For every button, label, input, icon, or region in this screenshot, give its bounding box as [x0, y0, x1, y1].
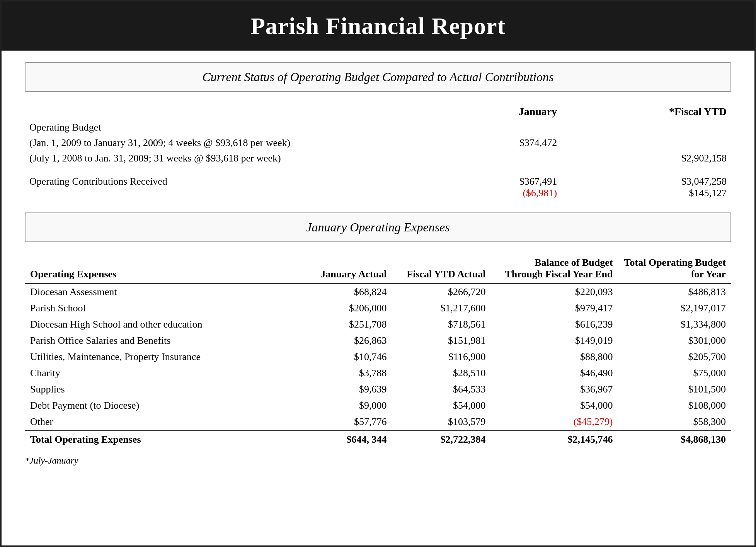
expense-row: Debt Payment (to Diocese) $9,000 $54,000…: [25, 398, 731, 414]
budget-ytd-detail-row: (July 1, 2008 to Jan. 31, 2009; 31 weeks…: [25, 151, 731, 166]
total-jan: $644, 344: [293, 430, 392, 448]
operating-budget-label: Operating Budget: [25, 120, 449, 135]
budget-jan-detail-row: (Jan. 1, 2009 to January 31, 2009; 4 wee…: [25, 135, 731, 151]
expenses-total-row: Total Operating Expenses $644, 344 $2,72…: [25, 430, 731, 448]
footnote: *July-January: [25, 455, 731, 466]
contrib-jan: $367,491: [453, 176, 557, 187]
section2-title: January Operating Expenses: [37, 220, 719, 234]
page-title: Parish Financial Report: [17, 12, 739, 40]
expense-label: Parish Office Salaries and Benefits: [25, 333, 293, 349]
total-balance: $2,145,746: [491, 430, 618, 448]
expenses-col-ytd-header: Fiscal YTD Actual: [392, 254, 491, 284]
expense-total: $205,700: [618, 349, 731, 365]
expense-row: Parish School $206,000 $1,217,600 $979,4…: [25, 300, 731, 316]
expense-ytd: $28,510: [392, 365, 491, 381]
expense-label: Other: [25, 414, 293, 430]
page-content: Current Status of Operating Budget Compa…: [2, 51, 754, 481]
expense-jan: $206,000: [293, 300, 392, 316]
expense-jan: $57,776: [293, 414, 392, 430]
expense-row: Charity $3,788 $28,510 $46,490 $75,000: [25, 365, 731, 381]
contributions-label: Operating Contributions Received: [25, 174, 449, 201]
expense-ytd: $718,561: [392, 316, 491, 333]
expense-total: $58,300: [618, 414, 731, 430]
expense-ytd: $103,579: [392, 414, 491, 430]
expense-label: Diocesan High School and other education: [25, 316, 293, 333]
expense-balance: ($45,279): [491, 414, 618, 430]
expenses-col-total-header: Total Operating Budget for Year: [618, 254, 731, 284]
spacer-row: [25, 166, 731, 174]
expenses-header-row: Operating Expenses January Actual Fiscal…: [25, 254, 731, 284]
expense-balance: $979,417: [491, 300, 618, 316]
budget-header-row: January *Fiscal YTD: [25, 104, 731, 120]
expense-ytd: $64,533: [392, 381, 491, 398]
expense-ytd: $151,981: [392, 333, 491, 349]
budget-jan-amount: $374,472: [449, 135, 562, 151]
section2-box: January Operating Expenses: [25, 212, 731, 242]
expenses-col-jan-header: January Actual: [293, 254, 392, 284]
expense-total: $1,334,800: [618, 316, 731, 333]
contrib-jan-diff: ($6,981): [453, 187, 557, 199]
budget-table: January *Fiscal YTD Operating Budget (Ja…: [25, 104, 731, 201]
expenses-table: Operating Expenses January Actual Fiscal…: [25, 254, 731, 448]
expense-jan: $68,824: [293, 284, 392, 300]
expense-balance: $54,000: [491, 398, 618, 414]
total-ytd: $2,722,384: [392, 430, 491, 448]
expense-label: Utilities, Maintenance, Property Insuran…: [25, 349, 293, 365]
contrib-ytd: $3,047,258: [566, 176, 727, 187]
expense-row: Supplies $9,639 $64,533 $36,967 $101,500: [25, 381, 731, 398]
expenses-col-balance-header: Balance of Budget Through Fiscal Year En…: [491, 254, 618, 284]
expense-row: Utilities, Maintenance, Property Insuran…: [25, 349, 731, 365]
page-header: Parish Financial Report: [2, 2, 754, 51]
page: Parish Financial Report Current Status o…: [0, 0, 756, 547]
expense-balance: $36,967: [491, 381, 618, 398]
expense-label: Parish School: [25, 300, 293, 316]
expense-total: $301,000: [618, 333, 731, 349]
expense-total: $75,000: [618, 365, 731, 381]
expense-label: Diocesan Assessment: [25, 284, 293, 300]
expense-balance: $88,800: [491, 349, 618, 365]
expense-total: $108,000: [618, 398, 731, 414]
expense-jan: $9,000: [293, 398, 392, 414]
expense-row: Diocesan High School and other education…: [25, 316, 731, 333]
total-total: $4,868,130: [618, 430, 731, 448]
expense-label: Debt Payment (to Diocese): [25, 398, 293, 414]
expense-label: Charity: [25, 365, 293, 381]
budget-col-jan-header: January: [449, 104, 562, 120]
expense-total: $101,500: [618, 381, 731, 398]
expense-ytd: $116,900: [392, 349, 491, 365]
budget-label-spacer: [25, 104, 449, 120]
expense-jan: $3,788: [293, 365, 392, 381]
budget-ytd-detail: (July 1, 2008 to Jan. 31, 2009; 31 weeks…: [25, 151, 449, 166]
expense-ytd: $1,217,600: [392, 300, 491, 316]
section1-box: Current Status of Operating Budget Compa…: [25, 62, 731, 92]
expense-jan: $10,746: [293, 349, 392, 365]
section1-title: Current Status of Operating Budget Compa…: [37, 70, 719, 84]
budget-ytd-amount: $2,902,158: [562, 151, 731, 166]
budget-col-ytd-header: *Fiscal YTD: [562, 104, 731, 120]
expense-jan: $26,863: [293, 333, 392, 349]
operating-budget-label-row: Operating Budget: [25, 120, 731, 135]
expense-label: Supplies: [25, 381, 293, 398]
expense-jan: $9,639: [293, 381, 392, 398]
expense-row: Diocesan Assessment $68,824 $266,720 $22…: [25, 284, 731, 300]
contrib-ytd-diff: $145,127: [566, 187, 727, 199]
expense-balance: $616,239: [491, 316, 618, 333]
expenses-col-desc-header: Operating Expenses: [25, 254, 293, 284]
expense-jan: $251,708: [293, 316, 392, 333]
expense-total: $486,813: [618, 284, 731, 300]
expense-ytd: $54,000: [392, 398, 491, 414]
expense-balance: $46,490: [491, 365, 618, 381]
expense-row: Other $57,776 $103,579 ($45,279) $58,300: [25, 414, 731, 430]
total-label: Total Operating Expenses: [25, 430, 293, 448]
budget-jan-detail: (Jan. 1, 2009 to January 31, 2009; 4 wee…: [25, 135, 449, 151]
expense-balance: $220,093: [491, 284, 618, 300]
contributions-row: Operating Contributions Received $367,49…: [25, 174, 731, 201]
expense-balance: $149,019: [491, 333, 618, 349]
expense-row: Parish Office Salaries and Benefits $26,…: [25, 333, 731, 349]
expense-total: $2,197,017: [618, 300, 731, 316]
expense-ytd: $266,720: [392, 284, 491, 300]
